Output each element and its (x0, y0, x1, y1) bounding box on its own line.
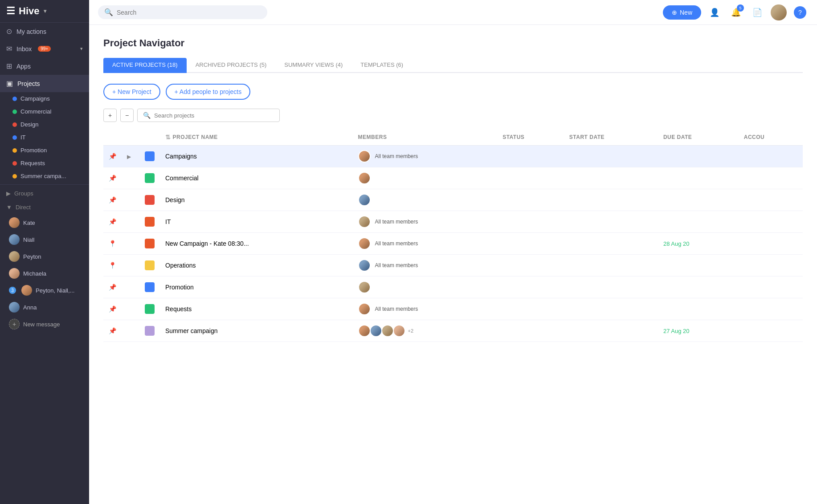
logo-icon: ☰ (6, 5, 15, 17)
new-button[interactable]: ⊕ New (663, 5, 701, 20)
sidebar-sub-campaigns-label: Campaigns (20, 95, 50, 102)
tab-active-projects[interactable]: ACTIVE PROJECTS (18) (103, 58, 187, 73)
table-row[interactable]: 📌 IT ★ All team members (103, 211, 803, 233)
chevron-cell (122, 255, 139, 276)
sidebar-direct-peyton[interactable]: Peyton (0, 248, 89, 265)
project-search-input[interactable] (154, 112, 274, 119)
collapse-button[interactable]: − (120, 109, 134, 122)
sidebar-direct-anna[interactable]: Anna (0, 299, 89, 316)
requests-dot (12, 161, 17, 166)
start-date-cell (564, 320, 658, 342)
tab-archived-projects[interactable]: ARCHIVED PROJECTS (5) (187, 58, 276, 73)
table-row[interactable]: 📌 Requests ★ All team members (103, 298, 803, 320)
table-row[interactable]: 📍 Operations ★ All team members (103, 255, 803, 276)
color-cell (139, 320, 160, 342)
sidebar-item-projects-label: Projects (17, 80, 40, 87)
docs-button[interactable]: 📄 (749, 4, 765, 20)
logo[interactable]: ☰ Hive ▾ (0, 0, 89, 23)
search-icon: 🔍 (104, 8, 113, 16)
table-row[interactable]: 📌 ▶ Campaigns ★ All team members (103, 146, 803, 167)
status-cell (497, 233, 564, 255)
sidebar-sub-it[interactable]: IT (0, 131, 89, 144)
search-box[interactable]: 🔍 (98, 5, 267, 19)
add-people-button[interactable]: + Add people to projects (166, 84, 251, 100)
sidebar-sub-summer[interactable]: Summer campa... (0, 170, 89, 183)
project-color (145, 260, 155, 270)
add-person-button[interactable]: 👤 (707, 4, 723, 20)
table-row[interactable]: 📌 Summer campaign ★ +2 (103, 320, 803, 342)
project-name: IT (165, 218, 171, 225)
due-date-cell (658, 189, 739, 211)
search-input[interactable] (117, 9, 261, 16)
help-button[interactable]: ? (792, 4, 808, 20)
table-row[interactable]: 📌 Promotion ★ (103, 276, 803, 298)
name-cell: Summer campaign (160, 320, 353, 342)
expand-button[interactable]: + (103, 109, 117, 122)
start-date-cell (564, 255, 658, 276)
member-avatar (370, 325, 382, 337)
due-date-cell: 28 Aug 20 (658, 233, 739, 255)
sidebar-direct-header[interactable]: ▼ Direct (0, 200, 89, 214)
sidebar-direct-kate[interactable]: Kate (0, 214, 89, 231)
sidebar-item-inbox[interactable]: ✉ Inbox 99+ ▾ (0, 40, 89, 57)
status-cell (497, 276, 564, 298)
table-row[interactable]: 📌 Design ★ (103, 189, 803, 211)
sidebar-direct-niall[interactable]: Niall (0, 231, 89, 248)
sidebar-sub-requests[interactable]: Requests (0, 157, 89, 170)
sidebar-item-projects[interactable]: ▣ Projects (0, 75, 89, 92)
sidebar-sub-campaigns[interactable]: Campaigns (0, 92, 89, 105)
sidebar-sub-promotion[interactable]: Promotion (0, 144, 89, 157)
commercial-dot (12, 110, 17, 114)
status-cell (497, 298, 564, 320)
notifications-button[interactable]: 🔔 5 (728, 4, 744, 20)
th-project-name[interactable]: ⇅ PROJECT NAME (160, 129, 353, 146)
project-name: Promotion (165, 284, 194, 291)
project-color (145, 195, 155, 205)
tab-summary-views[interactable]: SUMMARY VIEWS (4) (275, 58, 351, 73)
project-search-input-box[interactable]: 🔍 (137, 109, 280, 122)
groups-chevron-right: ▶ (6, 190, 11, 197)
member-label: All team members (375, 262, 418, 268)
pin-cell: 📌 (103, 298, 122, 320)
table-row[interactable]: 📌 Commercial ★ (103, 167, 803, 189)
sidebar-direct-michaela[interactable]: Michaela (0, 265, 89, 282)
new-project-button[interactable]: + New Project (103, 84, 160, 100)
color-cell (139, 276, 160, 298)
status-cell (497, 146, 564, 167)
member-avatars: ★ All team members (358, 259, 492, 272)
due-date-cell (658, 146, 739, 167)
sidebar-groups-header[interactable]: ▶ Groups (0, 187, 89, 200)
sidebar-direct-new-message[interactable]: + New message (0, 316, 89, 333)
project-name: Summer campaign (165, 327, 218, 334)
project-color (145, 173, 155, 183)
member-avatar: ★ (358, 194, 371, 206)
group-label: Peyton, Niall,... (36, 287, 74, 294)
user-avatar[interactable] (771, 4, 787, 20)
inbox-badge: 99+ (38, 46, 51, 52)
account-cell (739, 167, 803, 189)
members-cell: ★ (353, 276, 498, 298)
th-members: MEMBERS (353, 129, 498, 146)
members-cell: ★ All team members (353, 211, 498, 233)
sidebar-sub-design[interactable]: Design (0, 118, 89, 131)
start-date-cell (564, 211, 658, 233)
color-cell (139, 298, 160, 320)
table-row[interactable]: 📍 New Campaign - Kate 08:30... ★ All tea… (103, 233, 803, 255)
sidebar-direct-label: Direct (16, 204, 31, 211)
sidebar-direct-group[interactable]: 3 Peyton, Niall,... (0, 282, 89, 299)
sidebar-sub-summer-label: Summer campa... (20, 173, 66, 179)
sidebar-divider-1 (0, 184, 89, 185)
tab-templates[interactable]: TEMPLATES (6) (351, 58, 412, 73)
campaigns-dot (12, 97, 17, 101)
main-area: 🔍 ⊕ New 👤 🔔 5 📄 ? Project N (89, 0, 817, 504)
pin-cell: 📍 (103, 233, 122, 255)
sidebar-item-my-actions[interactable]: ⊙ My actions (0, 23, 89, 40)
projects-table: ⇅ PROJECT NAME MEMBERS STATUS START DATE… (103, 129, 803, 342)
member-avatar (381, 325, 394, 337)
name-cell: Design (160, 189, 353, 211)
member-avatars: ★ (358, 172, 492, 184)
pin-icon: 📌 (109, 153, 116, 160)
member-avatar: ★ (358, 150, 371, 163)
sidebar-sub-commercial[interactable]: Commercial (0, 105, 89, 118)
sidebar-item-apps[interactable]: ⊞ Apps (0, 57, 89, 75)
